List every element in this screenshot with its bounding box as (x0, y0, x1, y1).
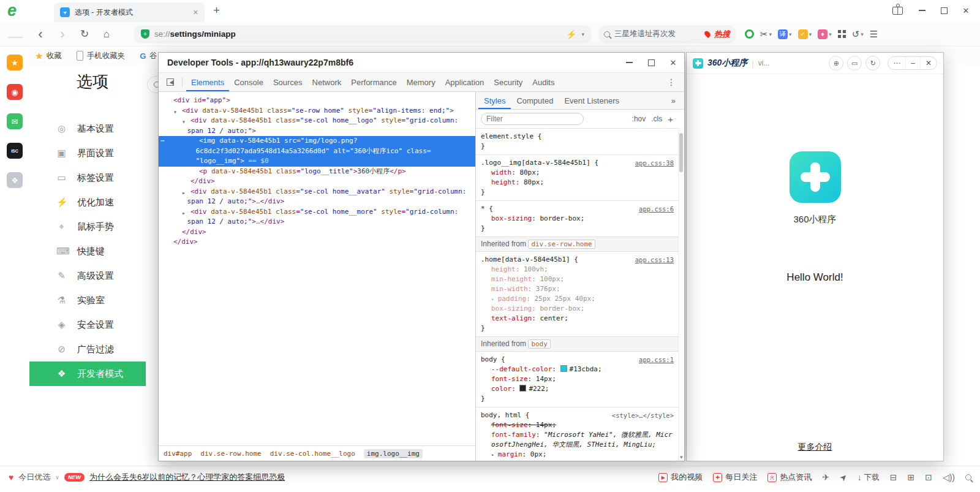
breadcrumb-item[interactable]: div#app (164, 450, 192, 458)
devtools-tab-memory[interactable]: Memory (402, 73, 440, 91)
styles-scrollbar[interactable]: ▼ (678, 128, 684, 461)
search-box[interactable]: 三星堆遗址再次发 热搜 (598, 25, 736, 44)
zoom-icon[interactable] (965, 474, 971, 480)
headline-link[interactable]: 为什么会丢失6岁以前的记忆？心理学家的答案细思恐极 (89, 472, 285, 483)
devtools-tab-audits[interactable]: Audits (527, 73, 559, 91)
pseudo-class-toggle[interactable]: :hov (632, 115, 646, 123)
statusbar-link-hot-news[interactable]: 火热点资讯 (767, 472, 812, 483)
isc-app-icon[interactable]: ISC (7, 143, 23, 159)
styles-filter-input[interactable] (481, 113, 584, 125)
class-toggle[interactable]: .cls (651, 115, 662, 123)
styles-tab-styles[interactable]: Styles (478, 92, 511, 109)
quick-launch-icon[interactable]: ⚡ (566, 29, 576, 39)
css-source-link[interactable]: app.css:38 (630, 158, 674, 168)
devtools-maximize-button[interactable] (640, 53, 662, 72)
mail-app-icon[interactable]: ✉ (7, 113, 23, 129)
dom-line[interactable]: span 12 / auto;">…</div> (159, 197, 475, 207)
inspect-element-icon[interactable] (162, 75, 178, 89)
devtools-titlebar[interactable]: Developer Tools - app://qh13waury22p7m8b… (159, 53, 684, 73)
scissors-icon[interactable]: ✂▾ (760, 29, 772, 40)
devtools-tab-performance[interactable]: Performance (346, 73, 401, 91)
main-menu-icon[interactable]: ☰ (870, 29, 878, 40)
dom-line[interactable]: <div id="app"> (159, 96, 475, 106)
scroll-down-icon[interactable]: ▼ (679, 455, 684, 460)
scrollbar-thumb[interactable] (679, 133, 683, 172)
printer-icon[interactable]: ⊟ (890, 472, 897, 482)
inherited-target-chip[interactable]: div.se-row.home (528, 240, 595, 249)
css-property[interactable]: font-size: 14px; (481, 374, 674, 384)
css-property[interactable]: width: 80px; (481, 168, 674, 178)
devtools-tab-security[interactable]: Security (489, 73, 527, 91)
search-query[interactable]: 三星堆遗址再次发 (614, 29, 701, 39)
rocket-icon[interactable]: ➤ (840, 472, 847, 482)
address-dropdown-icon[interactable]: ▾ (581, 31, 584, 37)
window-maximize-button[interactable] (935, 2, 953, 18)
cast-icon[interactable]: ▭ (847, 56, 862, 70)
apps-grid-icon[interactable] (838, 30, 846, 38)
dom-line[interactable]: <p data-v-584e45b1 class="logo__title">3… (159, 167, 475, 177)
hot-search-label[interactable]: 热搜 (714, 29, 730, 40)
refresh-button[interactable]: ↻ (76, 25, 93, 44)
settings-menu-item-devmode[interactable]: ❖开发者模式 (29, 361, 146, 386)
css-property[interactable]: ▸ padding: 25px 25px 40px; (481, 294, 674, 304)
miniapp-titlebar[interactable]: 360小程序 | vi... ⊕▭↻ ⋯–✕ (687, 53, 943, 74)
css-property[interactable]: min-height: 100px; (481, 274, 674, 284)
scanner-icon[interactable]: ⊞ (907, 472, 914, 482)
breadcrumb-item[interactable]: div.se-col.home__logo (270, 450, 355, 458)
settings-menu-item-interface[interactable]: ▣界面设置 (29, 141, 146, 165)
styles-tab-event-listeners[interactable]: Event Listeners (559, 92, 625, 109)
tabs-overflow-icon[interactable]: » (671, 96, 682, 105)
gamepad-icon[interactable]: ♦▾ (818, 29, 832, 39)
address-bar[interactable]: + se://settings/miniapp ⚡ ▾ (134, 25, 592, 44)
color-swatch[interactable] (519, 385, 526, 392)
inherited-target-chip[interactable]: body (528, 339, 551, 349)
devtools-tab-application[interactable]: Application (440, 73, 489, 91)
devtools-tab-sources[interactable]: Sources (268, 73, 307, 91)
dom-line[interactable]: ▸<div data-v-584e45b1 class="se-col home… (159, 187, 475, 197)
css-property[interactable]: height: 80px; (481, 178, 674, 187)
tab-close-icon[interactable]: ✕ (193, 9, 198, 17)
gift-icon[interactable] (892, 7, 903, 15)
site-security-icon[interactable]: + (141, 29, 149, 39)
devtools-tab-console[interactable]: Console (229, 73, 268, 91)
close-icon[interactable]: ✕ (920, 57, 937, 69)
color-swatch[interactable] (560, 365, 567, 372)
download-icon[interactable]: ↓下载 (858, 472, 880, 483)
minimize-icon[interactable]: – (905, 57, 920, 69)
settings-menu-item-advanced[interactable]: ✎高级设置 (29, 263, 146, 288)
dom-line[interactable]: "logo__img"> == $0 (159, 156, 475, 167)
new-tab-button[interactable]: + (213, 4, 220, 17)
css-source-link[interactable]: app.css:1 (634, 355, 674, 365)
settings-menu-item-adblock[interactable]: ⊘广告过滤 (29, 337, 146, 361)
back-button[interactable]: ‹ (32, 25, 49, 44)
css-property[interactable]: box-sizing: border-box; (481, 214, 674, 224)
devtools-tab-network[interactable]: Network (307, 73, 347, 91)
css-property[interactable]: font-family: "Microsoft YaHei", 微软雅黑, Mi… (481, 430, 674, 450)
dom-line[interactable]: ▾<div data-v-584e45b1 class="se-col home… (159, 116, 475, 126)
browser-logo-icon[interactable]: e (7, 1, 17, 20)
breadcrumb-item[interactable]: img.logo__img (364, 449, 423, 458)
media-app-icon[interactable]: ◉ (7, 84, 23, 100)
dom-line[interactable]: </div> (159, 227, 475, 238)
more-actions-icon[interactable]: ⋯ (160, 136, 164, 146)
devtools-menu-icon[interactable]: ⋮ (662, 77, 680, 87)
speaker-icon[interactable]: ◁)) (943, 472, 955, 482)
css-property[interactable]: font-size: 14px; (481, 420, 674, 430)
dom-line[interactable]: span 12 / auto;"> (159, 126, 475, 137)
eyeshield-icon[interactable] (745, 29, 754, 39)
breadcrumb-item[interactable]: div.se-row.home (200, 450, 261, 458)
dom-line[interactable]: ▸<div data-v-584e45b1 class="se-col home… (159, 207, 475, 218)
css-property[interactable]: height: 100vh; (481, 265, 674, 274)
settings-menu-item-hotkeys[interactable]: ⌨快捷键 (29, 239, 146, 263)
translate-icon[interactable]: 译▾ (778, 29, 792, 39)
bookmark-favorites[interactable]: ★收藏 (36, 51, 62, 61)
dom-line[interactable]: ▾<div data-v-584e45b1 class="se-row home… (159, 106, 475, 116)
undo-icon[interactable]: ↺▾ (852, 29, 864, 40)
dom-line[interactable]: </div> (159, 176, 475, 187)
bookmark-phone-favorites[interactable]: 手机收藏夹 (77, 51, 126, 61)
daily-picks-label[interactable]: 今日优选 (18, 472, 50, 483)
dom-line[interactable]: ⋯<img data-v-584e45b1 src="img/logo.png? (159, 136, 475, 146)
new-style-rule-button[interactable]: + (668, 114, 673, 124)
dom-line[interactable]: 6c8dc2f3d027ada9548d14a5a3266d0d" alt="3… (159, 146, 475, 157)
css-property[interactable]: ▸ padding: 0px; (481, 460, 674, 461)
